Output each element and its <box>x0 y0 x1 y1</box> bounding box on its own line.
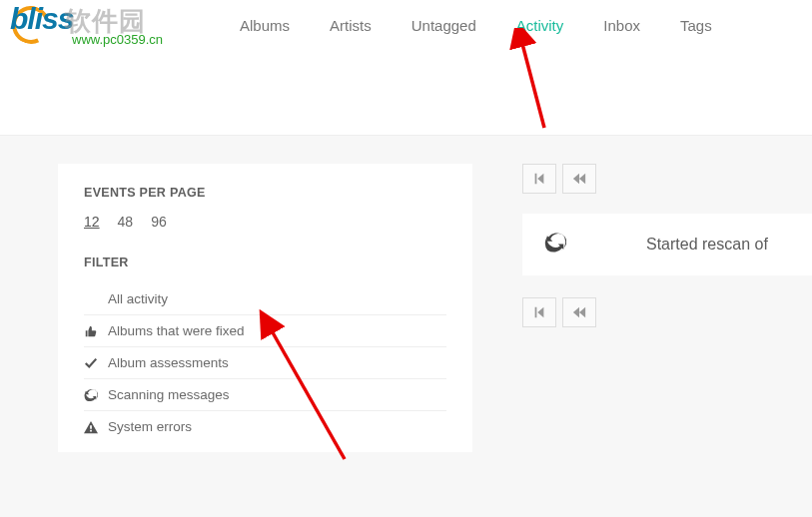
page-size-12[interactable]: 12 <box>84 214 100 230</box>
filter-label: Scanning messages <box>108 387 230 402</box>
step-backward-icon <box>532 172 546 186</box>
filter-label: All activity <box>108 291 168 306</box>
activity-item: Started rescan of <box>522 214 812 275</box>
sidebar: EVENTS PER PAGE 12 48 96 FILTER All acti… <box>58 164 472 474</box>
pager-bottom <box>522 297 812 327</box>
pager-prev-button[interactable] <box>562 164 596 194</box>
step-backward-icon <box>532 305 546 319</box>
filter-all-activity[interactable]: All activity <box>84 283 446 315</box>
filter-heading: FILTER <box>84 256 446 269</box>
filter-list: All activity Albums that were fixed Albu… <box>84 283 446 442</box>
nav-items: Albums Artists Untagged Activity Inbox T… <box>220 3 732 48</box>
top-nav: bliss 软件园 www.pc0359.cn Albums Artists U… <box>0 0 812 50</box>
refresh-icon <box>544 232 566 258</box>
logo: bliss 软件园 www.pc0359.cn <box>10 0 210 50</box>
warning-icon <box>84 420 108 434</box>
backward-icon <box>572 305 586 319</box>
svg-line-0 <box>521 40 544 128</box>
logo-text: bliss <box>10 2 73 36</box>
filter-scanning-messages[interactable]: Scanning messages <box>84 379 446 411</box>
filter-label: Albums that were fixed <box>108 323 245 338</box>
backward-icon <box>572 172 586 186</box>
check-icon <box>84 356 108 370</box>
thumbs-up-icon <box>84 324 108 338</box>
filter-albums-fixed[interactable]: Albums that were fixed <box>84 315 446 347</box>
activity-text: Started rescan of <box>646 236 768 254</box>
refresh-icon <box>84 388 108 402</box>
page-body: EVENTS PER PAGE 12 48 96 FILTER All acti… <box>0 135 812 517</box>
pager-prev-button[interactable] <box>562 297 596 327</box>
nav-untagged[interactable]: Untagged <box>392 3 496 48</box>
nav-inbox[interactable]: Inbox <box>583 3 660 48</box>
activity-column: Started rescan of <box>522 164 812 474</box>
sidebar-card: EVENTS PER PAGE 12 48 96 FILTER All acti… <box>58 164 472 452</box>
page-size-96[interactable]: 96 <box>151 214 167 230</box>
filter-label: Album assessments <box>108 355 229 370</box>
filter-system-errors[interactable]: System errors <box>84 411 446 442</box>
pager-first-button[interactable] <box>522 164 556 194</box>
page-size-selector: 12 48 96 <box>84 214 446 230</box>
page-size-48[interactable]: 48 <box>118 214 134 230</box>
pager-top <box>522 164 812 194</box>
nav-tags[interactable]: Tags <box>660 3 732 48</box>
watermark-url: www.pc0359.cn <box>72 32 163 47</box>
pager-first-button[interactable] <box>522 297 556 327</box>
nav-activity[interactable]: Activity <box>496 3 584 48</box>
events-per-page-heading: EVENTS PER PAGE <box>84 186 446 200</box>
filter-label: System errors <box>108 419 192 434</box>
nav-artists[interactable]: Artists <box>310 3 392 48</box>
filter-album-assessments[interactable]: Album assessments <box>84 347 446 379</box>
nav-albums[interactable]: Albums <box>220 3 310 48</box>
